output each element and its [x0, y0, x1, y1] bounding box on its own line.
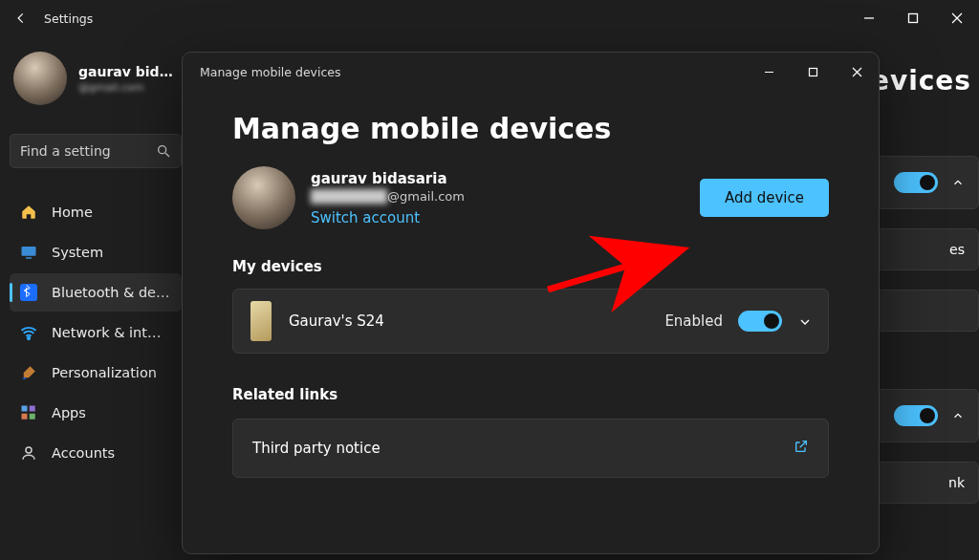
svg-rect-1 [909, 14, 918, 23]
bg-card-4[interactable] [874, 389, 979, 442]
svg-rect-9 [30, 406, 35, 412]
dialog-minimize-button[interactable] [747, 53, 791, 91]
toggle[interactable] [894, 172, 938, 193]
settings-title: Settings [44, 11, 93, 26]
manage-mobile-devices-dialog: Manage mobile devices Manage mobile devi… [182, 52, 880, 554]
profile-block[interactable]: gaurav bid… @gmail.com [10, 46, 182, 111]
svg-rect-4 [22, 247, 36, 256]
nav-label: System [52, 245, 103, 260]
settings-right-panel: evices es nk [874, 36, 979, 560]
dialog-body: Manage mobile devices gaurav bidasaria █… [183, 91, 879, 478]
device-row[interactable]: Gaurav's S24 Enabled [232, 289, 829, 354]
svg-rect-5 [26, 257, 32, 259]
close-button[interactable] [935, 0, 979, 36]
device-toggle[interactable] [738, 311, 782, 332]
bg-card-label: nk [948, 475, 965, 490]
avatar [232, 166, 295, 229]
accounts-icon [19, 444, 38, 462]
bg-card-2[interactable]: es [874, 228, 979, 270]
nav-label: Personalization [52, 365, 157, 380]
back-button[interactable] [13, 11, 29, 26]
device-status: Enabled [664, 312, 723, 330]
minimize-button[interactable] [847, 0, 891, 36]
nav-label: Bluetooth & de… [52, 285, 170, 300]
avatar [13, 52, 67, 105]
bluetooth-icon [19, 284, 38, 301]
profile-name: gaurav bid… [78, 64, 173, 79]
bg-card-1[interactable] [874, 156, 979, 209]
nav-accounts[interactable]: Accounts [10, 434, 182, 472]
svg-rect-11 [30, 414, 35, 420]
toggle[interactable] [894, 405, 938, 426]
settings-title-left: Settings [13, 11, 93, 26]
profile-email: @gmail.com [78, 81, 173, 94]
dialog-window-controls [747, 53, 879, 91]
nav-network[interactable]: Network & int… [10, 313, 182, 352]
brush-icon [19, 364, 38, 381]
my-devices-heading: My devices [232, 258, 829, 275]
nav-personalization[interactable]: Personalization [10, 354, 182, 392]
dialog-close-button[interactable] [835, 53, 879, 91]
system-icon [19, 244, 38, 261]
search-placeholder: Find a setting [20, 143, 111, 159]
nav-home[interactable]: Home [10, 193, 182, 231]
switch-account-link[interactable]: Switch account [311, 209, 465, 226]
nav-bluetooth[interactable]: Bluetooth & de… [10, 273, 182, 312]
wifi-icon [19, 324, 38, 341]
svg-rect-10 [22, 414, 28, 420]
nav: Home System Bluetooth & de… [10, 193, 182, 472]
chevron-down-icon[interactable] [797, 314, 811, 328]
svg-point-2 [159, 146, 166, 154]
settings-titlebar: Settings [0, 0, 979, 36]
device-right: Enabled [664, 311, 811, 332]
svg-rect-6 [20, 284, 37, 301]
maximize-button[interactable] [891, 0, 935, 36]
account-text: gaurav bidasaria ████████@gmail.com Swit… [311, 170, 465, 226]
dialog-maximize-button[interactable] [791, 53, 835, 91]
svg-rect-8 [22, 406, 28, 412]
search-icon [156, 143, 171, 159]
page-title-fragment: evices [871, 65, 979, 97]
nav-system[interactable]: System [10, 233, 182, 271]
dialog-title: Manage mobile devices [200, 65, 341, 79]
phone-icon [250, 301, 272, 341]
email-redacted: ████████ [311, 189, 387, 204]
bg-card-5[interactable]: nk [874, 462, 979, 504]
nav-label: Accounts [52, 445, 115, 461]
link-label: Third party notice [252, 440, 381, 457]
email-domain: @gmail.com [387, 189, 465, 204]
svg-point-7 [28, 337, 30, 339]
nav-apps[interactable]: Apps [10, 394, 182, 432]
dialog-titlebar: Manage mobile devices [183, 53, 879, 91]
svg-point-12 [26, 447, 32, 453]
device-name: Gaurav's S24 [289, 312, 384, 330]
nav-label: Home [52, 205, 93, 220]
dialog-heading: Manage mobile devices [232, 112, 829, 145]
home-icon [19, 204, 38, 221]
settings-sidebar: gaurav bid… @gmail.com Find a setting Ho… [0, 36, 191, 560]
nav-label: Apps [52, 405, 86, 420]
account-name: gaurav bidasaria [311, 170, 465, 187]
svg-rect-14 [809, 68, 816, 75]
bg-card-label: es [949, 242, 965, 257]
search-input[interactable]: Find a setting [10, 134, 182, 168]
apps-icon [19, 404, 38, 421]
external-link-icon [794, 439, 809, 458]
add-device-button[interactable]: Add device [700, 179, 829, 217]
settings-window-controls [847, 0, 979, 36]
account-row: gaurav bidasaria ████████@gmail.com Swit… [232, 166, 829, 229]
profile-text: gaurav bid… @gmail.com [78, 64, 173, 94]
third-party-notice-link[interactable]: Third party notice [232, 419, 829, 478]
bg-card-3[interactable] [874, 290, 979, 332]
chevron-up-icon [951, 409, 965, 422]
related-links-heading: Related links [232, 386, 829, 403]
svg-line-3 [165, 153, 169, 157]
account-email: ████████@gmail.com [311, 189, 465, 204]
chevron-up-icon [951, 176, 965, 189]
nav-label: Network & int… [52, 325, 161, 340]
